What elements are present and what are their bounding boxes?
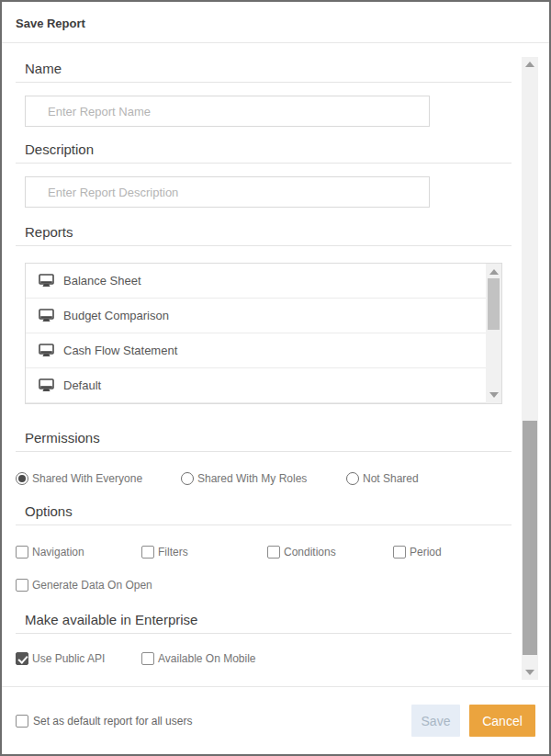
dialog-content: Name Description Reports Balance Sheet B… bbox=[2, 46, 549, 685]
dialog-scrollbar[interactable] bbox=[522, 57, 538, 680]
save-button[interactable]: Save bbox=[411, 705, 460, 737]
checkbox-icon[interactable] bbox=[393, 546, 406, 559]
report-list-item[interactable]: Default bbox=[26, 368, 501, 403]
radio-label: Not Shared bbox=[363, 472, 419, 485]
name-section-header: Name bbox=[16, 61, 512, 83]
radio-shared-with-my-roles[interactable]: Shared With My Roles bbox=[181, 472, 346, 485]
checkbox-icon[interactable] bbox=[141, 546, 154, 559]
checkbox-icon[interactable] bbox=[267, 546, 280, 559]
scroll-up-arrow-icon[interactable] bbox=[486, 265, 501, 278]
radio-label: Shared With My Roles bbox=[197, 472, 307, 485]
checkbox-checked-icon[interactable] bbox=[16, 652, 28, 665]
checkbox-label: Use Public API bbox=[32, 652, 105, 665]
checkbox-icon[interactable] bbox=[16, 715, 28, 728]
permissions-radio-group: Shared With Everyone Shared With My Role… bbox=[16, 472, 512, 485]
radio-button-icon[interactable] bbox=[346, 472, 359, 485]
report-item-label: Cash Flow Statement bbox=[63, 344, 177, 357]
checkbox-label: Set as default report for all users bbox=[33, 715, 192, 728]
checkbox-conditions[interactable]: Conditions bbox=[267, 546, 393, 559]
checkbox-label: Available On Mobile bbox=[158, 652, 256, 665]
options-section-header: Options bbox=[16, 503, 512, 525]
scroll-up-arrow-icon[interactable] bbox=[522, 58, 538, 71]
checkbox-period[interactable]: Period bbox=[393, 546, 442, 559]
radio-label: Shared With Everyone bbox=[32, 472, 142, 485]
dialog-titlebar: Save Report bbox=[2, 2, 549, 43]
report-name-input[interactable] bbox=[25, 96, 430, 127]
monitor-icon bbox=[39, 274, 54, 288]
checkbox-label: Generate Data On Open bbox=[32, 579, 152, 592]
monitor-icon bbox=[39, 378, 54, 392]
reports-section-header: Reports bbox=[16, 224, 512, 246]
cancel-button[interactable]: Cancel bbox=[469, 705, 535, 737]
checkbox-use-public-api[interactable]: Use Public API bbox=[16, 652, 141, 665]
monitor-icon bbox=[39, 344, 54, 357]
report-item-label: Budget Comparison bbox=[63, 309, 169, 322]
checkbox-set-as-default-report[interactable]: Set as default report for all users bbox=[16, 715, 192, 728]
radio-not-shared[interactable]: Not Shared bbox=[346, 472, 512, 485]
checkbox-filters[interactable]: Filters bbox=[141, 546, 267, 559]
checkbox-available-on-mobile[interactable]: Available On Mobile bbox=[141, 652, 256, 665]
permissions-section-header: Permissions bbox=[16, 430, 512, 452]
dialog-scrollbar-thumb[interactable] bbox=[523, 421, 537, 655]
options-checkbox-row-2: Generate Data On Open bbox=[16, 579, 512, 592]
reports-list-scrollbar[interactable] bbox=[486, 264, 501, 403]
dialog-title: Save Report bbox=[16, 17, 85, 30]
monitor-icon bbox=[39, 309, 54, 322]
checkbox-label: Conditions bbox=[284, 546, 336, 559]
scroll-down-arrow-icon[interactable] bbox=[486, 389, 501, 401]
save-report-dialog: Save Report Name Description Reports Bal… bbox=[0, 0, 551, 756]
checkbox-icon[interactable] bbox=[16, 546, 28, 559]
checkbox-label: Navigation bbox=[32, 546, 84, 559]
report-item-label: Balance Sheet bbox=[63, 274, 141, 288]
report-list-item[interactable]: Balance Sheet bbox=[26, 264, 501, 299]
checkbox-label: Period bbox=[410, 546, 442, 559]
description-section-header: Description bbox=[16, 141, 512, 164]
checkbox-label: Filters bbox=[158, 546, 188, 559]
reports-list-scrollbar-thumb[interactable] bbox=[488, 278, 500, 330]
checkbox-icon[interactable] bbox=[16, 579, 28, 592]
checkbox-navigation[interactable]: Navigation bbox=[16, 546, 141, 559]
report-list-item[interactable]: Cash Flow Statement bbox=[26, 333, 501, 368]
dialog-footer: Set as default report for all users Save… bbox=[2, 686, 549, 754]
enterprise-checkbox-row: Use Public API Available On Mobile bbox=[16, 652, 512, 665]
report-description-input[interactable] bbox=[25, 176, 430, 208]
checkbox-generate-data-on-open[interactable]: Generate Data On Open bbox=[16, 579, 152, 592]
report-list-item[interactable]: Budget Comparison bbox=[26, 299, 501, 333]
scroll-down-arrow-icon[interactable] bbox=[522, 666, 538, 679]
radio-shared-with-everyone[interactable]: Shared With Everyone bbox=[16, 472, 181, 485]
reports-list: Balance Sheet Budget Comparison Cash Flo… bbox=[25, 263, 502, 404]
radio-button-icon[interactable] bbox=[16, 472, 28, 485]
enterprise-section-header: Make available in Enterprise bbox=[16, 612, 512, 634]
options-checkbox-row-1: Navigation Filters Conditions Period bbox=[16, 546, 512, 559]
checkbox-icon[interactable] bbox=[141, 652, 154, 665]
radio-button-icon[interactable] bbox=[181, 472, 194, 485]
report-item-label: Default bbox=[63, 378, 101, 392]
